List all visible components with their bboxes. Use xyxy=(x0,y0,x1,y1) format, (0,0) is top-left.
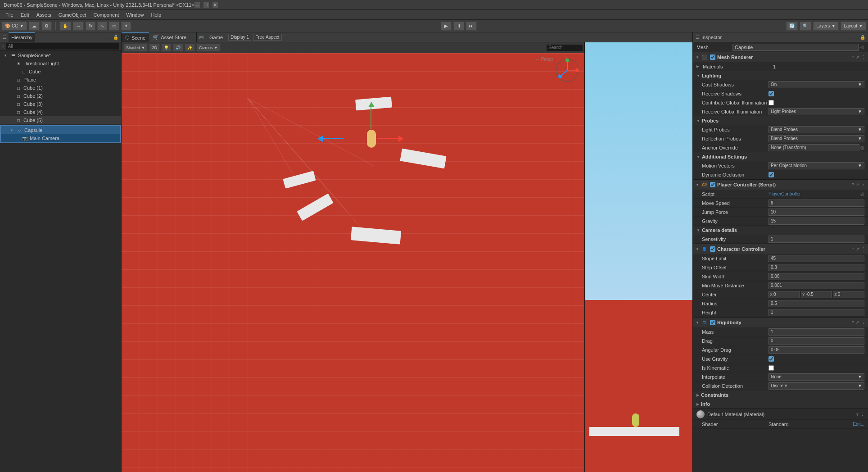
hierarchy-add-icon[interactable]: + xyxy=(2,44,5,49)
hand-tool[interactable]: ✋ xyxy=(59,22,71,31)
cast-shadows-dropdown[interactable]: On ▼ xyxy=(769,81,864,88)
scene-audio-btn[interactable]: 🔊 xyxy=(173,44,183,52)
radius-field[interactable]: 0.5 xyxy=(769,300,864,307)
interpolate-dropdown[interactable]: None ▼ xyxy=(769,373,864,381)
asset-store-tab[interactable]: 🛒 Asset Store xyxy=(149,32,190,42)
player-controller-edit-btn[interactable]: ↗ xyxy=(856,182,859,187)
hierarchy-item-cube-child[interactable]: ▶ □ Cube xyxy=(0,68,121,76)
lighting-header[interactable]: ▼ Lighting xyxy=(693,71,868,80)
receive-shadows-checkbox[interactable] xyxy=(769,91,774,96)
rotate-tool[interactable]: ↻ xyxy=(86,22,95,31)
rigidbody-edit-btn[interactable]: ↗ xyxy=(856,320,859,325)
materials-arrow[interactable]: ▶ xyxy=(696,64,701,68)
move-tool[interactable]: ↔ xyxy=(73,22,84,31)
play-button[interactable]: ▶ xyxy=(441,22,452,31)
character-controller-toggle[interactable] xyxy=(710,246,715,252)
player-controller-toggle[interactable] xyxy=(710,182,715,187)
scene-gizmos-dropdown[interactable]: Gizmos ▼ xyxy=(196,44,221,52)
mesh-renderer-header[interactable]: ▼ ⬛ Mesh Renderer ? ↗ ⋮ xyxy=(693,52,868,62)
hierarchy-item-main-camera[interactable]: ▶ 📷 Main Camera xyxy=(1,134,120,142)
use-gravity-checkbox[interactable] xyxy=(769,356,774,362)
menu-window[interactable]: Window xyxy=(122,11,147,18)
inspector-lock-icon[interactable]: 🔒 xyxy=(860,35,865,40)
game-tab[interactable]: Game xyxy=(206,32,226,42)
player-controller-header[interactable]: ▼ C# Player Controller (Script) ? ↗ ⋮ xyxy=(693,180,868,190)
material-menu-btn[interactable]: ⋮ xyxy=(860,412,864,417)
minimize-button[interactable]: ─ xyxy=(194,2,200,8)
receive-gi-dropdown[interactable]: Light Probes ▼ xyxy=(769,108,864,115)
menu-help[interactable]: Help xyxy=(147,11,165,18)
hierarchy-tab[interactable]: Hierarchy xyxy=(9,32,35,42)
hierarchy-content[interactable]: ▼ ☰ SampleScene* ▶ ☀ Directional Light ▶… xyxy=(0,50,121,472)
min-move-distance-field[interactable]: 0.001 xyxy=(769,282,864,289)
step-button[interactable]: ⏭ xyxy=(466,22,477,31)
light-probes-dropdown[interactable]: Blend Probes ▼ xyxy=(769,126,864,133)
anchor-override-target[interactable]: ◎ xyxy=(860,145,864,150)
player-controller-menu-btn[interactable]: ⋮ xyxy=(861,182,865,187)
center-z-field[interactable]: Z 0 xyxy=(833,291,864,298)
drag-field[interactable]: 0 xyxy=(769,337,864,345)
jump-force-field[interactable]: 10 xyxy=(769,209,864,216)
hierarchy-item-samplescene[interactable]: ▼ ☰ SampleScene* xyxy=(0,51,121,59)
anchor-override-dropdown[interactable]: None (Transform) xyxy=(769,144,859,151)
material-help-btn[interactable]: ? xyxy=(856,412,859,417)
is-kinematic-checkbox[interactable] xyxy=(769,365,774,371)
rigidbody-help-btn[interactable]: ? xyxy=(852,320,854,325)
hierarchy-lock-icon[interactable]: 🔒 xyxy=(113,35,118,40)
step-offset-field[interactable]: 0.3 xyxy=(769,264,864,271)
menu-component[interactable]: Component xyxy=(90,11,122,18)
transform-tool[interactable]: ✦ xyxy=(121,22,131,31)
hierarchy-item-cube1[interactable]: ▶ □ Cube (1) xyxy=(0,84,121,92)
collision-detection-dropdown[interactable]: Discrete ▼ xyxy=(769,382,864,390)
mesh-value[interactable]: Capsule xyxy=(732,44,859,51)
rect-tool[interactable]: ▭ xyxy=(109,22,119,31)
hierarchy-options-icon[interactable]: ⋮ xyxy=(107,35,111,40)
camera-details-header[interactable]: ▼ Camera details xyxy=(693,226,868,235)
character-controller-header[interactable]: ▼ 👤 Character Controller ? ↗ ⋮ xyxy=(693,244,868,254)
pause-button[interactable]: ⏸ xyxy=(453,22,464,31)
center-y-field[interactable]: Y -0.5 xyxy=(801,291,832,298)
mesh-renderer-menu-btn[interactable]: ⋮ xyxy=(861,55,865,59)
edit-shader-btn[interactable]: Edit... xyxy=(853,422,864,427)
game-panel-options[interactable]: ⋮ xyxy=(282,35,286,40)
scene-fx-btn[interactable]: ✨ xyxy=(185,44,195,52)
motion-vectors-dropdown[interactable]: Per Object Motion ▼ xyxy=(769,162,864,169)
cloud-btn[interactable]: ☁ xyxy=(29,22,40,31)
rigidbody-menu-btn[interactable]: ⋮ xyxy=(861,320,865,325)
collab-btn[interactable]: 🔄 xyxy=(786,22,798,31)
mesh-renderer-edit-btn[interactable]: ↗ xyxy=(856,55,859,59)
additional-settings-header[interactable]: ▼ Additional Settings xyxy=(693,152,868,161)
mesh-renderer-help-btn[interactable]: ? xyxy=(852,55,854,59)
maximize-button[interactable]: □ xyxy=(203,2,209,8)
character-controller-menu-btn[interactable]: ⋮ xyxy=(861,247,865,251)
settings-btn[interactable]: ⚙ xyxy=(41,22,52,31)
scene-shading-dropdown[interactable]: Shaded ▼ xyxy=(123,44,148,52)
scale-tool[interactable]: ⤡ xyxy=(97,22,107,31)
sensitivity-field[interactable]: 1 xyxy=(769,236,864,243)
rigidbody-header[interactable]: ▼ ⚖ Rigidbody ? ↗ ⋮ xyxy=(693,318,868,327)
player-controller-help-btn[interactable]: ? xyxy=(852,182,854,187)
skin-width-field[interactable]: 0.08 xyxy=(769,273,864,280)
cc-dropdown[interactable]: 🎨 CC ▼ xyxy=(2,22,27,31)
character-controller-help-btn[interactable]: ? xyxy=(852,247,854,251)
game-aspect-select[interactable]: Free Aspect xyxy=(253,34,281,41)
scene-panel-options[interactable]: ⋮ xyxy=(192,35,196,40)
move-speed-field[interactable]: 6 xyxy=(769,200,864,207)
hierarchy-item-directional-light[interactable]: ▶ ☀ Directional Light xyxy=(0,59,121,68)
layout-dropdown[interactable]: Layout ▼ xyxy=(841,22,866,31)
mesh-renderer-toggle[interactable] xyxy=(710,54,715,60)
hierarchy-item-cube3[interactable]: ▶ □ Cube (3) xyxy=(0,100,121,108)
script-target-icon[interactable]: ◎ xyxy=(860,191,864,196)
hierarchy-item-capsule[interactable]: ▼ ○ Capsule xyxy=(1,126,120,134)
scene-viewport[interactable]: Y X Z ← Pers xyxy=(122,53,584,472)
probes-header[interactable]: ▼ Probes xyxy=(693,116,868,125)
layers-dropdown[interactable]: Layers ▼ xyxy=(813,22,839,31)
close-button[interactable]: ✕ xyxy=(212,2,218,8)
dynamic-occlusion-checkbox[interactable] xyxy=(769,172,774,177)
mesh-target-icon[interactable]: ◎ xyxy=(860,45,864,50)
inspector-options-icon[interactable]: ⋮ xyxy=(854,35,858,40)
scene-2d-btn[interactable]: 2D xyxy=(149,44,160,52)
menu-gameobject[interactable]: GameObject xyxy=(55,11,90,18)
hierarchy-item-cube4[interactable]: ▶ □ Cube (4) xyxy=(0,108,121,116)
hierarchy-search-input[interactable] xyxy=(6,43,119,50)
